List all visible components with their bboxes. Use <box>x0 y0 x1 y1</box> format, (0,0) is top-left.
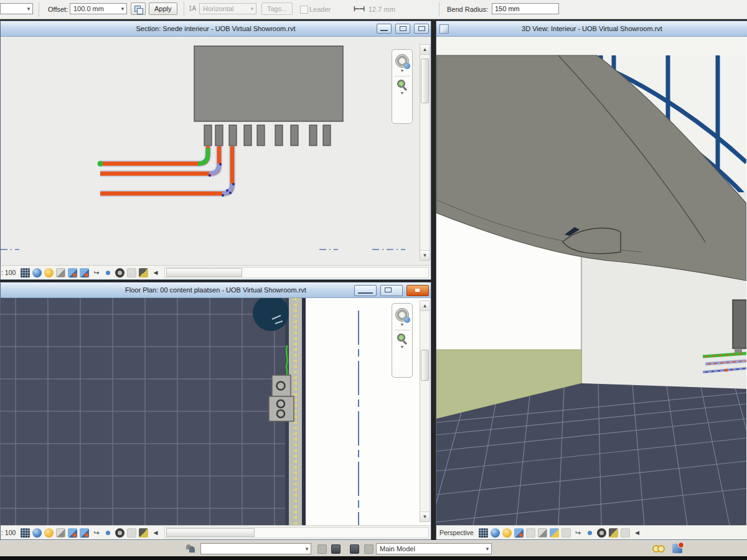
justification-value: Horizontal <box>203 5 234 12</box>
three-d-view-control-bar: Perspective <box>436 525 747 539</box>
temporary-view-properties-icon[interactable] <box>597 528 606 538</box>
sun-path-icon[interactable] <box>44 528 54 538</box>
displacement-icon[interactable] <box>609 528 618 538</box>
shadows-icon[interactable] <box>538 528 547 538</box>
active-workset-select[interactable]: ▼ <box>200 543 311 554</box>
crop-view-icon[interactable] <box>68 528 77 538</box>
scale-label[interactable]: : 100 <box>1 269 16 276</box>
filter-icon[interactable] <box>652 545 665 552</box>
crop-view-icon[interactable] <box>514 528 524 538</box>
reveal-hidden-icon[interactable] <box>103 268 113 278</box>
tags-button[interactable]: Tags... <box>261 2 293 15</box>
show-crop-region-icon[interactable] <box>80 528 89 538</box>
sun-path-icon[interactable] <box>502 528 512 538</box>
chevron-down-icon[interactable]: ▼ <box>392 90 412 96</box>
analytical-model-icon[interactable] <box>127 528 136 538</box>
detail-level-icon[interactable] <box>21 528 30 538</box>
crop-view-icon[interactable] <box>68 268 77 278</box>
scroll-down-icon[interactable]: ▼ <box>420 511 430 521</box>
inherit-offset-button[interactable] <box>131 2 146 15</box>
bend-radius-input[interactable] <box>492 3 559 14</box>
scroll-thumb[interactable] <box>166 268 242 277</box>
worksets-icon[interactable] <box>186 544 195 553</box>
zoom-icon[interactable] <box>397 79 408 90</box>
scroll-thumb[interactable] <box>166 528 255 537</box>
leader-label: Leader <box>309 6 331 13</box>
floor-plan-canvas[interactable]: ▼ ▼ ▲ ▼ <box>1 298 431 525</box>
temporary-hide-isolate-icon[interactable] <box>92 528 101 538</box>
separator <box>39 2 39 17</box>
visual-style-icon[interactable] <box>32 268 42 278</box>
detail-level-icon[interactable] <box>479 528 488 538</box>
displacement-icon[interactable] <box>139 268 148 278</box>
close-button[interactable] <box>414 24 429 34</box>
temporary-hide-isolate-icon[interactable] <box>92 268 101 278</box>
restore-button[interactable] <box>395 24 410 34</box>
leader-checkbox[interactable] <box>300 6 308 14</box>
justification-combo[interactable]: Horizontal ▼ <box>199 3 256 14</box>
temporary-view-properties-icon[interactable] <box>115 528 125 538</box>
apply-button[interactable]: Apply <box>149 2 177 15</box>
steering-wheel-icon[interactable] <box>395 308 409 322</box>
vertical-scrollbar[interactable]: ▲ ▼ <box>420 44 430 261</box>
detail-level-icon[interactable] <box>21 268 30 278</box>
reload-latest-icon[interactable] <box>331 544 341 554</box>
show-crop-region-icon[interactable] <box>80 268 89 278</box>
show-crop-region-icon[interactable] <box>526 528 535 538</box>
zoom-icon[interactable] <box>397 333 408 344</box>
scroll-up-icon[interactable]: ▲ <box>420 45 430 55</box>
close-button[interactable] <box>406 285 429 296</box>
minimize-button[interactable] <box>377 24 392 34</box>
floor-plan-titlebar[interactable]: Floor Plan: 00 content plaatsen - UOB Vi… <box>1 282 431 298</box>
sun-path-icon[interactable] <box>44 268 54 278</box>
type-selector-combo[interactable]: ▼ <box>0 3 33 14</box>
chevron-down-icon[interactable]: ▼ <box>392 322 412 327</box>
three-d-titlebar[interactable]: 3D View: Interieur - UOB Virtual Showroo… <box>436 21 747 37</box>
separator <box>184 2 184 17</box>
design-options-icon[interactable] <box>350 544 359 554</box>
exclude-options-icon[interactable] <box>364 544 374 554</box>
chevron-down-icon[interactable]: ▼ <box>392 344 412 350</box>
minimize-button[interactable] <box>354 285 377 296</box>
shadows-icon[interactable] <box>56 528 65 538</box>
reveal-hidden-icon[interactable] <box>585 528 594 538</box>
editing-requests-icon[interactable] <box>317 544 327 554</box>
visual-style-icon[interactable] <box>32 528 42 538</box>
analytical-model-icon[interactable] <box>621 528 630 538</box>
collapse-icon[interactable] <box>151 268 160 278</box>
three-d-canvas[interactable] <box>436 37 747 525</box>
scroll-down-icon[interactable]: ▼ <box>420 250 430 260</box>
temporary-view-properties-icon[interactable] <box>115 268 125 278</box>
temporary-hide-isolate-icon[interactable] <box>573 528 583 538</box>
navigation-bar[interactable]: ▼ ▼ <box>392 303 413 378</box>
bend-radius-label: Bend Radius: <box>447 6 488 13</box>
shadows-icon[interactable] <box>56 268 65 278</box>
section-canvas[interactable]: ▼ ▼ ▲ ▼ <box>1 37 431 265</box>
scroll-up-icon[interactable]: ▲ <box>420 301 430 311</box>
offset-combo[interactable]: 100.0 mm ▼ <box>70 3 127 14</box>
chevron-down-icon[interactable]: ▼ <box>392 68 412 73</box>
analytical-model-icon[interactable] <box>127 268 136 278</box>
navigation-bar[interactable]: ▼ ▼ <box>392 49 413 124</box>
reveal-hidden-icon[interactable] <box>103 528 113 538</box>
vertical-scrollbar[interactable]: ▲ ▼ <box>420 301 430 522</box>
displacement-icon[interactable] <box>139 528 148 538</box>
section-titlebar[interactable]: Section: Snede interieur - UOB Virtual S… <box>1 21 431 37</box>
view-mode-label[interactable]: Perspective <box>439 529 474 536</box>
manifold-3d[interactable] <box>733 300 746 353</box>
steering-wheel-icon[interactable] <box>395 54 409 68</box>
restore-button[interactable] <box>380 285 403 296</box>
visual-style-icon[interactable] <box>491 528 500 538</box>
show-rendering-icon[interactable] <box>550 528 559 538</box>
scroll-thumb[interactable] <box>421 350 429 381</box>
horizontal-scrollbar[interactable] <box>164 527 429 538</box>
scroll-thumb[interactable] <box>421 58 429 103</box>
collapse-icon[interactable] <box>151 528 160 538</box>
lock-3d-icon[interactable] <box>561 528 571 538</box>
design-option-select[interactable]: Main Model ▼ <box>376 543 492 554</box>
horizontal-scrollbar[interactable] <box>164 267 429 278</box>
collapse-icon[interactable] <box>632 528 642 538</box>
selection-count-icon[interactable] <box>672 544 682 553</box>
fixture[interactable] <box>269 375 294 421</box>
scale-label[interactable]: : 100 <box>1 529 16 536</box>
